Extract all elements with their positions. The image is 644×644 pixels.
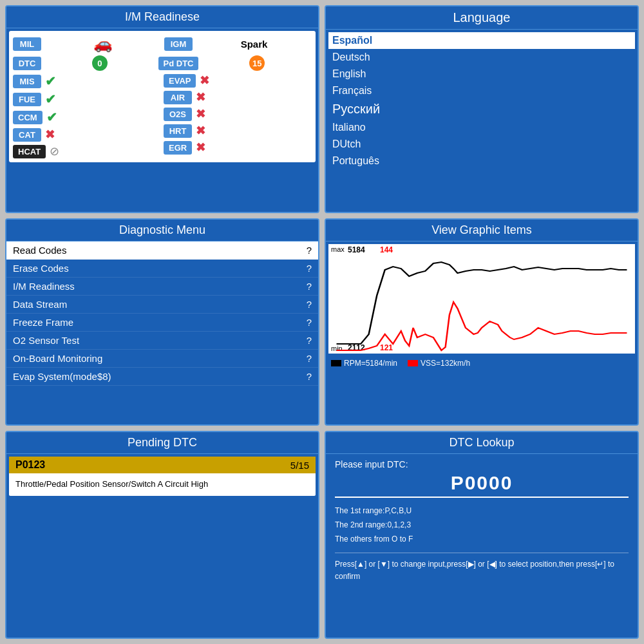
im-top-row: MIL 🚗 IGM Spark [13, 35, 312, 53]
legend-red-box [408, 360, 418, 366]
fue-label: FUE [13, 93, 41, 106]
im-readiness-title: I/M Readinese [6, 6, 318, 28]
view-graphic-title: View Graphic Items [326, 220, 638, 242]
legend-vss-label: VSS=132km/h [421, 359, 470, 368]
evap-cross: ✖ [200, 73, 209, 88]
im-fue: FUE ✔ [13, 91, 161, 107]
im-egr: EGR ✖ [164, 140, 312, 155]
im-o2s: O2S ✖ [164, 107, 312, 121]
diagnostic-menu-title: Diagnostic Menu [6, 220, 318, 242]
hrt-label: HRT [164, 124, 192, 138]
pddtc-value: 15 [202, 55, 312, 71]
dtc-value: 0 [45, 55, 155, 71]
im-left-col: MIS ✔ FUE ✔ CCM ✔ CAT ✖ HCAT ⊘ [13, 73, 161, 158]
diag-data-stream[interactable]: Data Stream ? [6, 296, 318, 314]
diagnostic-menu-list: Read Codes ? Erase Codes ? I/M Readiness… [6, 242, 318, 386]
lang-espanol[interactable]: Español [328, 32, 635, 49]
lang-dutch[interactable]: DUtch [332, 136, 631, 153]
dtc-lookup-info: The 1st range:P,C,B,U The 2nd range:0,1,… [335, 504, 629, 546]
legend-vss: VSS=132km/h [408, 359, 470, 368]
diag-evap-system[interactable]: Evap System(mode$8) ? [6, 368, 318, 386]
lang-italiano[interactable]: Italiano [332, 119, 631, 136]
language-panel: Language Español Deutsch English Françai… [325, 5, 639, 213]
dtc-lookup-title: DTC Lookup [326, 432, 638, 454]
air-label: AIR [164, 91, 192, 104]
dtc-lookup-content: Please input DTC: P0000 The 1st range:P,… [326, 454, 638, 588]
im-hrt: HRT ✖ [164, 124, 312, 138]
graph-area: max 5184 144 min 2112 121 [328, 244, 635, 354]
diag-read-codes[interactable]: Read Codes ? [6, 242, 318, 260]
graph-legend: RPM=5184/min VSS=132km/h [326, 356, 638, 370]
dtc-label: DTC [13, 57, 41, 70]
dtc-description: Throttle/Pedal Position Sensor/Switch A … [9, 473, 316, 495]
view-graphic-panel: View Graphic Items max 5184 144 min 2112… [325, 218, 639, 426]
diag-erase-codes[interactable]: Erase Codes ? [6, 260, 318, 278]
hcat-slash: ⊘ [50, 144, 59, 158]
diag-im-readiness[interactable]: I/M Readiness ? [6, 278, 318, 296]
im-readiness-panel: I/M Readinese MIL 🚗 IGM Spark DTC 0 Pd D… [5, 5, 319, 213]
dtc-input-label: Please input DTC: [335, 459, 629, 469]
diag-o2-sensor[interactable]: O2 Sensor Test ? [6, 332, 318, 350]
im-air: AIR ✖ [164, 90, 312, 104]
lang-francais[interactable]: Français [332, 82, 631, 99]
dtc-badge: 0 [92, 55, 108, 71]
ccm-check: ✔ [46, 109, 57, 125]
mil-value: 🚗 [45, 35, 160, 53]
im-cat: CAT ✖ [13, 128, 161, 142]
dtc-lookup-panel: DTC Lookup Please input DTC: P0000 The 1… [325, 431, 639, 639]
pending-dtc-content: P0123 5/15 Throttle/Pedal Position Senso… [9, 457, 316, 495]
im-ccm: CCM ✔ [13, 109, 161, 125]
im-right-col: EVAP ✖ AIR ✖ O2S ✖ HRT ✖ EGR ✖ [164, 73, 312, 158]
dtc-range2: The 2nd range:0,1,2,3 [335, 518, 629, 533]
im-mid-row: DTC 0 Pd DTC 15 [13, 55, 312, 71]
engine-icon: 🚗 [93, 35, 113, 53]
pddtc-badge: 15 [249, 55, 265, 71]
pending-dtc-panel: Pending DTC P0123 5/15 Throttle/Pedal Po… [5, 431, 319, 639]
igm-text: Spark [241, 39, 268, 50]
dtc-range1: The 1st range:P,C,B,U [335, 504, 629, 518]
lang-russian[interactable]: Русский [332, 99, 631, 119]
graph-svg [328, 244, 635, 354]
dtc-code: P0123 [15, 459, 45, 471]
dtc-page-count: 5/15 [290, 460, 309, 471]
language-title: Language [326, 6, 638, 30]
lang-portuguese[interactable]: Português [332, 153, 631, 169]
igm-value: Spark [196, 39, 312, 50]
language-list: Español Deutsch English Français Русский… [326, 30, 638, 172]
hrt-cross: ✖ [196, 124, 205, 138]
hcat-label: HCAT [13, 145, 46, 158]
im-readiness-content: MIL 🚗 IGM Spark DTC 0 Pd DTC 15 MIS [9, 31, 316, 162]
o2s-label: O2S [164, 108, 192, 121]
diag-onboard-monitoring[interactable]: On-Board Monitoring ? [6, 350, 318, 368]
diagnostic-menu-panel: Diagnostic Menu Read Codes ? Erase Codes… [5, 218, 319, 426]
im-evap: EVAP ✖ [164, 73, 312, 88]
fue-check: ✔ [45, 91, 56, 107]
im-hcat: HCAT ⊘ [13, 144, 161, 158]
cat-label: CAT [13, 128, 41, 142]
mis-label: MIS [13, 75, 41, 88]
im-status-grid: MIS ✔ FUE ✔ CCM ✔ CAT ✖ HCAT ⊘ [13, 73, 312, 158]
im-mis: MIS ✔ [13, 73, 161, 89]
egr-cross: ✖ [196, 140, 205, 155]
legend-black-box [331, 360, 341, 366]
pddtc-label: Pd DTC [158, 57, 199, 70]
ccm-label: CCM [13, 111, 43, 124]
diag-freeze-frame[interactable]: Freeze Frame ? [6, 314, 318, 332]
evap-label: EVAP [164, 74, 196, 88]
dtc-instructions: Press[▲] or [▼] to change input,press[▶]… [335, 553, 629, 583]
lang-deutsch[interactable]: Deutsch [332, 49, 631, 66]
cat-cross: ✖ [45, 128, 55, 142]
pending-dtc-title: Pending DTC [6, 432, 318, 454]
legend-rpm-label: RPM=5184/min [344, 359, 397, 368]
igm-label: IGM [164, 37, 193, 51]
air-cross: ✖ [196, 90, 205, 104]
egr-label: EGR [164, 141, 192, 155]
dtc-code-row: P0123 5/15 [9, 457, 316, 473]
o2s-cross: ✖ [196, 107, 205, 121]
mil-label: MIL [13, 37, 41, 51]
dtc-range3: The others from O to F [335, 533, 629, 547]
lang-english[interactable]: English [332, 66, 631, 82]
legend-rpm: RPM=5184/min [331, 359, 397, 368]
mis-check: ✔ [45, 73, 56, 89]
dtc-input-value[interactable]: P0000 [335, 472, 629, 498]
